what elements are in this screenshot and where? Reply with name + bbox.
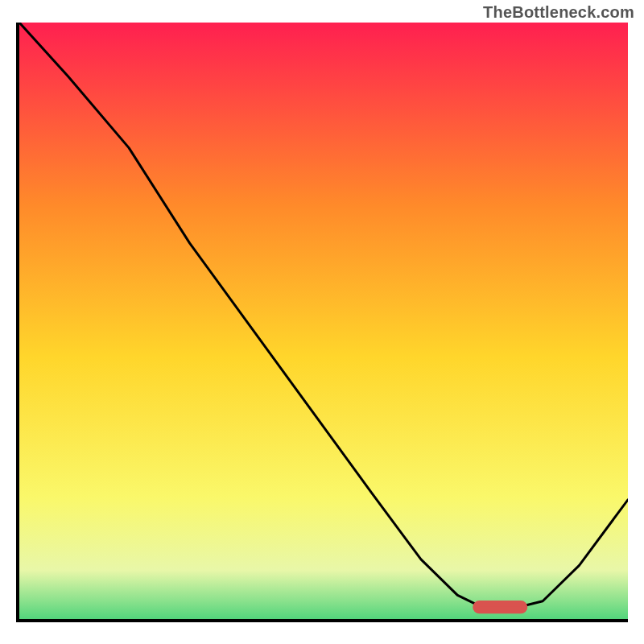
curve-layer bbox=[19, 23, 628, 619]
optimal-range-marker bbox=[476, 604, 524, 611]
plot-area bbox=[16, 23, 628, 622]
bottleneck-curve-path bbox=[19, 23, 628, 607]
bottleneck-chart: TheBottleneck.com bbox=[0, 0, 644, 644]
watermark-text: TheBottleneck.com bbox=[483, 3, 634, 22]
